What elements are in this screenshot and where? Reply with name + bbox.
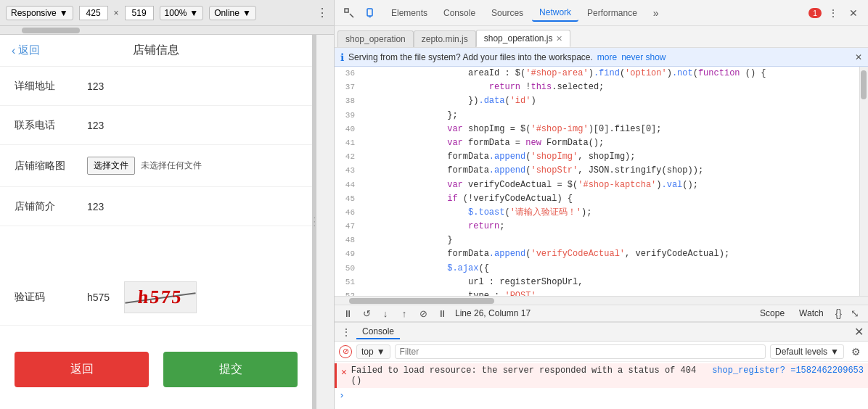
- file-tab-close-icon[interactable]: ✕: [556, 34, 562, 44]
- line-content: }).data('id'): [361, 94, 859, 108]
- captcha-image[interactable]: h575: [124, 281, 197, 313]
- inspect-element-icon[interactable]: [340, 4, 358, 22]
- info-text: Serving from the file system? Add your f…: [348, 52, 593, 62]
- address-row: 详细地址 123: [0, 67, 312, 106]
- tab-elements[interactable]: Elements: [384, 5, 435, 21]
- step-out-button[interactable]: ↑: [397, 306, 412, 321]
- line-number: 48: [335, 234, 361, 247]
- code-line: 51 url : registerShopUrl,: [335, 276, 859, 289]
- zoom-select[interactable]: 100% ▼: [160, 6, 204, 20]
- info-more-link[interactable]: more: [597, 52, 617, 62]
- console-tab[interactable]: Console: [356, 325, 400, 339]
- pause-button[interactable]: ⏸: [340, 306, 355, 321]
- line-content: url : registerShopUrl,: [361, 276, 859, 289]
- line-content: return !this.selected;: [361, 80, 859, 94]
- code-line: 45 if (!verifyCodeActual) {: [335, 192, 859, 206]
- captcha-label: 验证码: [15, 291, 73, 304]
- return-button[interactable]: 返回: [15, 352, 149, 387]
- svg-line-1: [350, 14, 353, 17]
- line-number: 44: [335, 178, 361, 192]
- step-over-button[interactable]: ↺: [359, 306, 374, 321]
- back-nav-button[interactable]: ‹ 返回: [12, 44, 40, 57]
- submit-button[interactable]: 提交: [163, 352, 298, 387]
- file-tab-label: zepto.min.js: [422, 34, 468, 44]
- code-line: 39 };: [335, 109, 859, 123]
- watch-button[interactable]: Watch: [793, 307, 830, 320]
- horizontal-scrollbar[interactable]: [0, 26, 334, 35]
- width-input[interactable]: [79, 6, 108, 20]
- file-tab-shop-operation-js[interactable]: shop_operation.js ✕: [476, 30, 570, 47]
- file-tab-label-active: shop_operation.js: [484, 33, 553, 44]
- console-panel: ⋮ Console ✕ ⊘ top ▼ Default levels ▼ ⚙ ✕…: [335, 322, 868, 409]
- code-line: 52 type : 'POST',: [335, 289, 859, 296]
- info-close-icon[interactable]: ✕: [855, 52, 862, 62]
- file-tab-shop-operation[interactable]: shop_operation: [337, 30, 414, 47]
- console-filter-input[interactable]: [395, 344, 766, 359]
- error-count-badge: 1: [808, 8, 822, 18]
- console-clear-button[interactable]: ⊘: [339, 345, 352, 358]
- debug-status-bar: ⏸ ↺ ↓ ↑ ⊘ ⏸ Line 26, Column 17 Scope Wat…: [335, 305, 868, 322]
- tab-console[interactable]: Console: [436, 5, 483, 21]
- address-label: 详细地址: [15, 80, 73, 93]
- more-tabs-icon[interactable]: »: [649, 4, 663, 22]
- file-tab-zepto[interactable]: zepto.min.js: [414, 30, 476, 47]
- height-input[interactable]: [125, 6, 154, 20]
- console-close-icon[interactable]: ✕: [854, 325, 864, 339]
- code-panel: 36 areaId : $('#shop-area').find('option…: [335, 67, 868, 296]
- scroll-track: [860, 67, 868, 296]
- line-content: areaId : $('#shop-area').find('option').…: [361, 67, 859, 80]
- code-line: 43 formData.append('shopStr', JSON.strin…: [335, 164, 859, 178]
- line-number: 51: [335, 276, 361, 289]
- console-settings-icon[interactable]: ⚙: [848, 344, 864, 359]
- console-tab-bar: ⋮ Console ✕: [335, 323, 868, 342]
- code-line: 38 }).data('id'): [335, 94, 859, 108]
- dim-separator: ×: [114, 8, 119, 18]
- line-number: 36: [335, 67, 361, 80]
- more-options-button[interactable]: ⋮: [316, 6, 328, 20]
- file-input-area: 选择文件 未选择任何文件: [87, 157, 202, 175]
- devtools-toolbar: Elements Console Sources Network Perform…: [335, 0, 868, 26]
- info-never-show-link[interactable]: never show: [621, 52, 666, 62]
- scope-button[interactable]: Scope: [754, 307, 790, 320]
- deactivate-breakpoints[interactable]: ⊘: [416, 306, 430, 321]
- resize-handle[interactable]: · · ·: [312, 35, 316, 409]
- error-source-link[interactable]: shop_register? =1582462209653: [712, 365, 864, 376]
- device-toolbar-icon[interactable]: [362, 4, 380, 22]
- console-context-select[interactable]: top ▼: [356, 344, 390, 359]
- responsive-select[interactable]: Responsive ▼: [6, 6, 73, 20]
- thumbnail-row: 店铺缩略图 选择文件 未选择任何文件: [0, 145, 312, 187]
- code-line: 41 var formData = new FormData();: [335, 136, 859, 150]
- scroll-thumb-h: [22, 28, 80, 33]
- devtools-more-icon[interactable]: ⋮: [824, 4, 842, 22]
- default-levels-select[interactable]: Default levels ▼: [770, 344, 844, 359]
- tab-sources[interactable]: Sources: [484, 5, 531, 21]
- dont-pause-exceptions[interactable]: ⏸: [435, 306, 449, 321]
- line-number: 52: [335, 289, 361, 296]
- code-location: Line 26, Column 17: [455, 308, 531, 318]
- description-row: 店铺简介 123: [0, 187, 312, 226]
- vertical-scrollbar[interactable]: [859, 67, 868, 296]
- devtools-right-icons: 1 ⋮ ✕: [808, 4, 862, 22]
- format-button-2[interactable]: ⤡: [848, 306, 862, 321]
- choose-file-button[interactable]: 选择文件: [87, 157, 135, 175]
- file-tabs: shop_operation zepto.min.js shop_operati…: [335, 26, 868, 48]
- description-label: 店铺简介: [15, 200, 73, 213]
- scope-watch-controls: Scope Watch {} ⤡: [754, 306, 862, 321]
- code-line: 42 formData.append('shopImg', shopImg);: [335, 150, 859, 164]
- code-line: 46 $.toast('请输入验证码！');: [335, 206, 859, 220]
- online-select[interactable]: Online ▼: [209, 6, 256, 20]
- step-into-button[interactable]: ↓: [378, 306, 393, 321]
- zoom-label: 100%: [165, 8, 187, 18]
- address-value: 123: [87, 80, 104, 92]
- console-menu-icon[interactable]: ⋮: [339, 325, 353, 339]
- format-button[interactable]: {}: [832, 306, 845, 321]
- devtools-close-icon[interactable]: ✕: [845, 4, 862, 22]
- phone-row: 联系电话 123: [0, 106, 312, 145]
- line-number: 47: [335, 220, 361, 234]
- code-horizontal-scrollbar[interactable]: [335, 296, 868, 305]
- tab-performance[interactable]: Performance: [580, 5, 644, 21]
- code-line: 50 $.ajax({: [335, 262, 859, 276]
- tab-network[interactable]: Network: [532, 4, 578, 22]
- code-line: 48 }: [335, 234, 859, 247]
- console-error-entry: ✕ Failed to load resource: the server re…: [335, 363, 868, 388]
